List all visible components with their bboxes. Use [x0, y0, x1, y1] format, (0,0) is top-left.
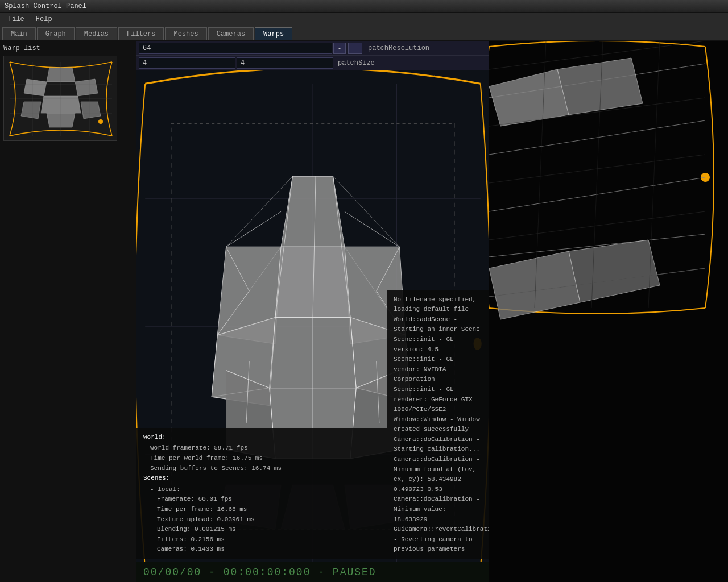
right-area-svg: [489, 41, 728, 582]
log-panel: No filename specified, loading default f…: [387, 290, 489, 559]
tab-warps[interactable]: Warps: [255, 27, 292, 40]
patch-resolution-label: patchResolution: [368, 44, 429, 52]
log-line-3: Scene::init - GL vendor: NVIDIA Corporat…: [394, 355, 482, 385]
stats-world-label: World:: [143, 433, 380, 443]
patch-size-row: patchSize: [136, 56, 489, 70]
title-bar: Splash Control Panel: [0, 0, 728, 13]
log-line-4: Scene::init - GL renderer: GeForce GTX 1…: [394, 385, 482, 415]
log-line-8: Camera::doCalibration - Minimum value: 1…: [394, 494, 482, 525]
stats-sending-buffers: Sending buffers to Scenes: 16.74 ms: [143, 464, 380, 474]
warp-list-section: Warp list: [0, 41, 136, 144]
right-area: [489, 41, 728, 582]
stats-time-per-frame: Time per frame: 16.66 ms: [143, 505, 380, 515]
tab-bar: Main Graph Medias Filters Meshes Cameras…: [0, 26, 728, 41]
patch-resolution-input[interactable]: [139, 43, 332, 54]
svg-marker-2: [24, 79, 47, 96]
menu-bar: File Help: [0, 13, 728, 26]
tab-medias[interactable]: Medias: [76, 27, 117, 40]
patch-size-label: patchSize: [338, 59, 375, 67]
svg-marker-6: [21, 102, 41, 119]
left-panel: Warp list: [0, 41, 136, 582]
log-line-2: Scene::init - GL version: 4.5: [394, 335, 482, 355]
stats-texture-upload: Texture upload: 0.03961 ms: [143, 515, 380, 525]
svg-marker-7: [81, 102, 101, 119]
tab-graph[interactable]: Graph: [37, 27, 75, 40]
patch-size-input-2[interactable]: [237, 57, 333, 69]
stats-panel: World: World framerate: 59.71 fps Time p…: [136, 428, 387, 559]
stats-blending: Blending: 0.001215 ms: [143, 525, 380, 535]
viewport-area[interactable]: - + patchResolution patchSize: [136, 41, 489, 582]
status-bar: 00/00/00 - 00:00:00:000 - PAUSED: [136, 562, 489, 582]
stats-cameras: Cameras: 0.1433 ms: [143, 544, 380, 555]
status-text: 00/00/00 - 00:00:00:000 - PAUSED: [143, 567, 377, 578]
tab-cameras[interactable]: Cameras: [208, 27, 254, 40]
control-bar: - + patchResolution patchSize: [136, 41, 489, 70]
log-line-9: GuiCamera::revertCalibration - Reverting…: [394, 525, 482, 555]
main-content: Warp list: [0, 41, 728, 582]
log-line-6: Camera::doCalibration - Starting calibra…: [394, 435, 482, 455]
title-bar-text: Splash Control Panel: [5, 2, 86, 10]
log-line-0: No filename specified, loading default f…: [394, 295, 482, 315]
warp-thumbnail[interactable]: [3, 56, 117, 141]
svg-point-14: [98, 119, 103, 124]
svg-marker-3: [75, 79, 98, 96]
stats-local-label: - local:: [143, 485, 380, 495]
stats-scenes-label: Scenes:: [143, 473, 380, 484]
menu-file[interactable]: File: [2, 14, 30, 24]
log-line-7: Camera::doCalibration - Minumum found at…: [394, 455, 482, 494]
tab-meshes[interactable]: Meshes: [165, 27, 206, 40]
patch-size-input-1[interactable]: [139, 57, 235, 69]
warp-list-title: Warp list: [3, 44, 133, 52]
log-line-1: World::addScene - Starting an inner Scen…: [394, 315, 482, 335]
patch-resolution-minus[interactable]: -: [333, 43, 346, 54]
tab-filters[interactable]: Filters: [118, 27, 164, 40]
svg-marker-27: [275, 247, 350, 317]
stats-time-per-world-frame: Time per world frame: 16.75 ms: [143, 454, 380, 464]
stats-world-framerate: World framerate: 59.71 fps: [143, 443, 380, 454]
tab-main[interactable]: Main: [2, 27, 36, 40]
log-line-5: Window::Window - Window created successf…: [394, 415, 482, 435]
patch-resolution-row: - + patchResolution: [136, 41, 489, 56]
patch-resolution-plus[interactable]: +: [348, 43, 362, 54]
warp-thumbnail-svg: [4, 56, 117, 141]
stats-framerate: Framerate: 60.01 fps: [143, 494, 380, 505]
menu-help[interactable]: Help: [30, 14, 58, 24]
stats-filters: Filters: 0.2156 ms: [143, 535, 380, 545]
